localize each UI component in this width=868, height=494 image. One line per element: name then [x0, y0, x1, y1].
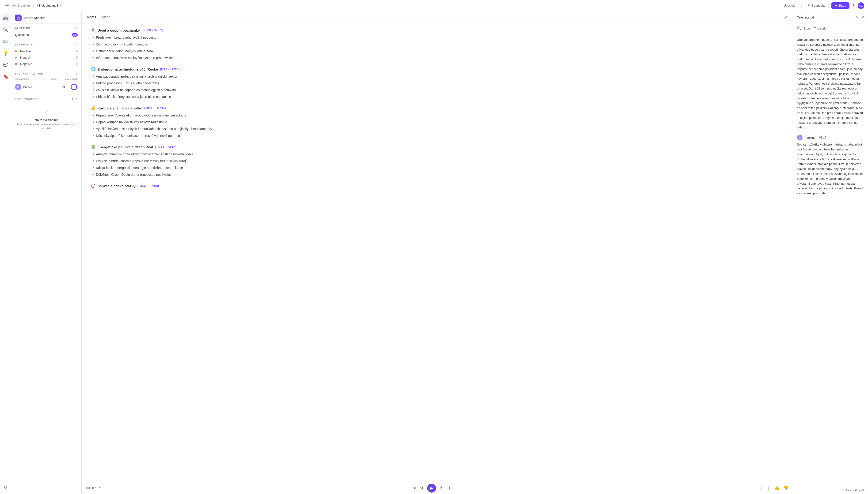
transcript-speaker-name: Patrick [804, 136, 814, 139]
talktime-col-header: TALKTIME [61, 78, 78, 81]
smart-search-avatar: 🤖 [15, 15, 22, 21]
bullet-text-2-2: Využití slabých míst ruských komunikační… [96, 127, 212, 131]
ai-filters-header: AI FILTERS ∧ [11, 24, 82, 32]
speaker-avatar-patrick: P [15, 84, 21, 90]
chat-icon-btn[interactable]: 💬 [2, 61, 10, 69]
sync-audio-label: Sync with audio [846, 489, 865, 492]
bookmark-icon-btn[interactable]: 🔖 [2, 73, 10, 81]
questions-filter[interactable]: Questions 23 [11, 32, 82, 38]
bullet-dot-2-1 [93, 121, 94, 122]
topbar: ☰ #All Meetings / 43-ukrajna.mp3 ··· Upg… [0, 0, 868, 11]
transcript-content: Druhým příběhem bude to, jak Ruská armád… [793, 34, 868, 487]
positive-dot [15, 51, 17, 52]
topic-trackers-header: TOPIC TRACKERS + ∧ [11, 94, 82, 103]
section-time-link-1[interactable]: (03:12 - 09:58) [160, 67, 182, 71]
sentiments-chevron[interactable]: ∧ [75, 43, 78, 46]
search-icon-btn[interactable]: 🔍 [2, 26, 10, 34]
speaker-talktime-chevron[interactable]: ∧ [75, 72, 78, 75]
sentiment-negative-name: Negative [15, 62, 32, 65]
breadcrumb-root: #All Meetings [12, 4, 31, 7]
bullet-text-3-0: Analýza německé energetické politiky a z… [96, 152, 193, 157]
tab-video[interactable]: Video [102, 12, 110, 23]
settings-icon-btn[interactable]: ⚙ [2, 483, 9, 491]
section-emoji-1: 🌐 [91, 67, 95, 71]
search-transcript-input[interactable] [803, 27, 864, 30]
like-button[interactable]: 👍 [774, 486, 779, 491]
bullet-dot-3-1 [93, 160, 94, 162]
bullet-0-2: Oznámení o vydání nových knih autora [91, 49, 783, 54]
section-title-2: Korupce a její vliv na válku [97, 106, 142, 110]
total-time: 27:32 [96, 486, 104, 490]
share-button[interactable]: ✦ Share [831, 2, 850, 9]
no-topic-desc: Topic trackers are only available for me… [15, 122, 78, 131]
section-time-link-2[interactable]: (10:00 - 16:35) [144, 106, 166, 110]
bullet-0-3: Informace o novém e-mailovém systému pro… [91, 56, 783, 60]
breadcrumb-current: 43-ukrajna.mp3 [37, 4, 58, 7]
sentiments-header: SENTIMENTS ∧ [11, 40, 82, 48]
negative-dot [15, 63, 17, 65]
expand-icon[interactable]: ⤢ [784, 15, 787, 20]
more-options-icon[interactable]: ··· [60, 3, 64, 8]
sentiments-label: SENTIMENTS [15, 43, 33, 46]
speaker-row-patrick: P Patrick 186 [11, 82, 82, 92]
expand-transcript-button[interactable]: ⤢ [861, 15, 864, 19]
sentiment-positive-count: 0 [76, 50, 78, 53]
download-button[interactable]: ⬇ [448, 486, 451, 491]
section-time-link-3[interactable]: (16:41 - 24:46) [155, 145, 177, 149]
share-audio-button[interactable]: ⇪ [767, 486, 771, 491]
bullet-dot-2-3 [93, 135, 94, 136]
bottom-player: 00:00 / 27:32 1× ↺ ▶ ↻ ⬇ ☆ ⇪ 👍 👎 [82, 482, 793, 494]
section-time-link-0[interactable]: (00:08 - 02:59) [142, 28, 163, 32]
divider-3 [11, 93, 82, 93]
share-label: Share [838, 4, 846, 7]
lightbulb-icon-btn[interactable]: 💡 [2, 49, 10, 57]
section-time-link-4[interactable]: (24:47 - 27:08) [138, 184, 159, 188]
tab-notes[interactable]: Notes [87, 12, 96, 23]
star-button[interactable]: ☆ [759, 486, 763, 491]
add-topic-icon[interactable]: + [72, 97, 74, 101]
bullet-text-0-3: Informace o novém e-mailovém systému pro… [96, 56, 177, 60]
topbar-left: ☰ #All Meetings / 43-ukrajna.mp3 ··· [4, 2, 64, 10]
transcript-main-text: Druhým příběhem bude to, jak Ruská armád… [797, 38, 864, 130]
hamburger-button[interactable]: ☰ [4, 2, 10, 10]
speed-button[interactable]: 1× [412, 486, 416, 490]
play-button[interactable]: ▶ [427, 484, 436, 493]
bullet-text-2-0: Případ firmy Vojentelekom a podvodu s ar… [96, 113, 186, 118]
book-icon-btn[interactable]: 📖 [2, 38, 10, 45]
bullet-dot-0-3 [93, 57, 94, 58]
section-emoji-0: 🎙️ [91, 28, 95, 32]
bullet-text-3-2: Kritika české energetické strategie a po… [96, 166, 183, 170]
sentiment-neutral: Neutral 0 [11, 54, 82, 61]
rewind-button[interactable]: ↺ [419, 485, 423, 491]
note-section-4: 🚫 Sankce a etické otázky (24:47 - 27:08) [91, 184, 783, 188]
smart-search-icon-btn[interactable]: 🤖 [2, 14, 10, 22]
section-title-1: Embargo na technologie vůči Rusku [97, 67, 158, 71]
bullet-0-1: Zmínka o osobním incidentu autora [91, 42, 783, 47]
topic-trackers-chevron[interactable]: ∧ [75, 97, 78, 101]
upgrade-button[interactable]: Upgrade [781, 2, 798, 9]
questions-label: Questions [15, 33, 29, 37]
soundbite-button[interactable]: 🎙 Soundbite [804, 2, 829, 9]
edit-transcript-button[interactable]: ✎ [855, 15, 858, 19]
ai-filters-chevron[interactable]: ∧ [75, 26, 78, 30]
sync-audio-button[interactable]: ⇅ Sync with audio [842, 489, 865, 492]
bullet-text-2-3: Důsledky špatné komunikace pro ruské voj… [96, 133, 180, 138]
section-emoji-4: 🚫 [91, 184, 95, 188]
add-button[interactable]: + [852, 3, 855, 8]
smart-search-header: 🤖 Smart Search [11, 11, 82, 24]
no-topic-box: # No topic tracker Topic trackers are on… [11, 103, 82, 136]
search-transcript-icon: 🔍 [797, 26, 802, 31]
bullet-text-3-3: Důležitost Green Dealu pro energetickou … [96, 172, 173, 177]
transcript-speaker-time[interactable]: 02:19 [819, 136, 826, 139]
bullet-1-2: Závislost Ruska na západních technologií… [91, 88, 783, 93]
bullet-text-0-0: Představení březnového vydání podcastu [96, 35, 157, 40]
center-tabs: Notes Video ⤢ [82, 11, 793, 23]
bullet-1-1: Příklad procesoru Elbrus a jeho nedostat… [91, 81, 783, 86]
no-topic-title: No topic tracker [35, 118, 58, 121]
dislike-button[interactable]: 👎 [783, 486, 788, 491]
section-emoji-2: 💰 [91, 106, 95, 110]
right-panel: Transcript ✎ ⤢ 🔍 Druhým příběhem bude to… [793, 11, 868, 494]
forward-button[interactable]: ↻ [440, 485, 444, 491]
sync-audio-bar: ⇅ Sync with audio [793, 487, 868, 494]
wpm-col-header: WPM [46, 78, 57, 81]
